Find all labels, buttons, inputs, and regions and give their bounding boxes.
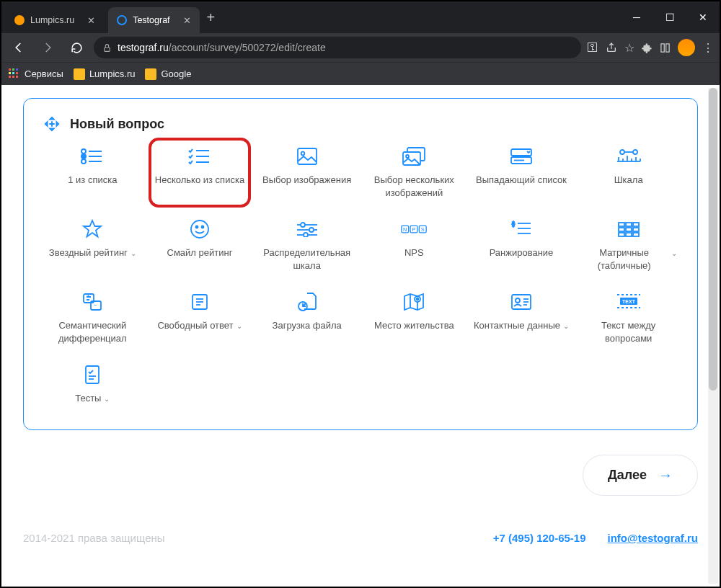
qtype-label: Звездный рейтинг [49, 246, 128, 259]
radio-list-icon [79, 146, 105, 166]
qtype-scale[interactable]: Шкала [580, 146, 677, 199]
browser-window: Lumpics.ru ✕ Testograf ✕ + ─ ☐ ✕ testogr… [0, 0, 721, 588]
svg-rect-49 [626, 223, 632, 226]
share-icon[interactable] [606, 42, 617, 53]
next-button[interactable]: Далее → [583, 455, 698, 496]
svg-rect-55 [626, 233, 632, 236]
svg-point-34 [301, 223, 305, 227]
svg-point-3 [81, 149, 86, 153]
page-content: Новый вопрос 1 из списка Несколько из сп… [1, 85, 720, 587]
qtype-nps[interactable]: NPS NPS [366, 219, 463, 272]
bookmarks-bar: Сервисы Lumpics.ru Google [1, 62, 720, 85]
maximize-button[interactable]: ☐ [653, 1, 686, 33]
url-input[interactable]: testograf.ru/account/survey/500272/edit/… [94, 37, 581, 58]
map-pin-icon [401, 292, 427, 312]
qtype-smile-rating[interactable]: Смайл рейтинг [151, 219, 249, 272]
svg-rect-56 [633, 233, 639, 236]
back-button[interactable] [7, 36, 30, 59]
new-tab-button[interactable]: + [200, 6, 223, 29]
address-bar: testograf.ru/account/survey/500272/edit/… [1, 33, 720, 62]
qtype-dropdown[interactable]: Выпадающий список [473, 146, 570, 199]
bookmark-lumpics[interactable]: Lumpics.ru [74, 68, 136, 80]
tab-testograf[interactable]: Testograf ✕ [108, 7, 199, 33]
folder-icon [74, 68, 85, 80]
qtype-label: 1 из списка [68, 174, 117, 187]
qtype-label: Шкала [614, 174, 643, 187]
svg-point-32 [201, 226, 203, 228]
reload-button[interactable] [65, 36, 88, 59]
qtype-distribution-scale[interactable]: Распределительная шкала [258, 219, 355, 272]
favicon-lumpics [14, 15, 25, 25]
qtype-label: Место жительства [374, 319, 454, 332]
svg-rect-50 [633, 223, 639, 226]
qtype-free-text[interactable]: Свободный ответ⌄ [151, 292, 249, 344]
footer-email[interactable]: info@testograf.ru [608, 532, 698, 544]
scrollbar[interactable] [708, 88, 718, 584]
move-icon[interactable] [44, 116, 60, 132]
close-icon[interactable]: ✕ [183, 15, 191, 26]
nps-icon: NPS [401, 219, 427, 239]
qtype-tests[interactable]: Тесты⌄ [44, 365, 141, 405]
chevron-down-icon: ⌄ [131, 249, 136, 259]
qtype-upload[interactable]: Загрузка файла [258, 292, 355, 344]
qtype-single-list[interactable]: 1 из списка [44, 146, 141, 199]
svg-text:S: S [421, 226, 425, 233]
matrix-icon [616, 219, 642, 239]
svg-point-36 [309, 228, 314, 232]
svg-rect-54 [619, 233, 624, 236]
qtype-contact[interactable]: Контактные данные⌄ [473, 292, 570, 344]
svg-rect-51 [619, 228, 624, 231]
qtype-label: Выбор нескольких изображений [366, 174, 463, 199]
star-icon [79, 219, 105, 239]
close-icon[interactable]: ✕ [87, 15, 95, 26]
profile-avatar[interactable] [678, 39, 695, 56]
qtype-semantic[interactable]: +− Семантический дифференциал [44, 292, 141, 344]
bookmark-services[interactable]: Сервисы [9, 68, 63, 80]
qtype-label: Семантический дифференциал [44, 319, 141, 344]
svg-text:+: + [87, 293, 90, 299]
qtype-label: Смайл рейтинг [167, 246, 233, 259]
semantic-icon: +− [79, 292, 105, 312]
ranking-icon [508, 219, 534, 239]
svg-text:N: N [403, 226, 407, 233]
reading-list-icon[interactable] [660, 43, 671, 53]
star-icon[interactable]: ☆ [624, 41, 634, 55]
qtype-residence[interactable]: Место жительства [366, 292, 463, 344]
minimize-button[interactable]: ─ [620, 1, 653, 33]
menu-icon[interactable]: ⋮ [702, 41, 714, 55]
close-window-button[interactable]: ✕ [686, 1, 720, 33]
svg-rect-48 [619, 223, 624, 226]
text-between-icon: TEXT [616, 292, 642, 312]
image-icon [294, 146, 320, 166]
upload-icon [294, 292, 320, 312]
svg-rect-53 [633, 228, 639, 231]
qtype-label: Текст между вопросами [580, 319, 677, 344]
svg-text:P: P [412, 226, 416, 233]
svg-point-71 [516, 298, 520, 303]
key-icon[interactable]: ⚿ [587, 41, 598, 54]
qtype-label: Загрузка файла [273, 319, 342, 332]
titlebar: Lumpics.ru ✕ Testograf ✕ + ─ ☐ ✕ [1, 1, 720, 33]
contact-icon [508, 292, 534, 312]
qtype-multi-image[interactable]: Выбор нескольких изображений [366, 146, 463, 199]
tab-title: Lumpics.ru [30, 15, 74, 25]
qtype-label: NPS [404, 246, 424, 259]
forward-button[interactable] [36, 36, 59, 59]
footer-phone[interactable]: +7 (495) 120-65-19 [493, 532, 586, 544]
qtype-ranking[interactable]: Ранжирование [473, 219, 570, 272]
scrollbar-thumb[interactable] [709, 88, 717, 391]
qtype-image-choice[interactable]: Выбор изображения [258, 146, 355, 199]
qtype-star-rating[interactable]: Звездный рейтинг⌄ [44, 219, 141, 272]
bookmark-google[interactable]: Google [145, 68, 191, 80]
svg-point-69 [417, 298, 419, 300]
page-footer: 2014-2021 права защищены +7 (495) 120-65… [23, 525, 698, 561]
qtype-text-between[interactable]: TEXT Текст между вопросами [580, 292, 677, 344]
tab-lumpics[interactable]: Lumpics.ru ✕ [6, 7, 104, 33]
extensions-icon[interactable] [642, 43, 653, 53]
sliders-icon [294, 219, 320, 239]
qtype-matrix[interactable]: Матричные (табличные)⌄ [580, 219, 677, 272]
qtype-multi-list[interactable]: Несколько из списка [149, 138, 252, 208]
scale-icon [616, 146, 642, 166]
panel-title: Новый вопрос [70, 117, 164, 132]
qtype-label: Ранжирование [490, 246, 554, 259]
